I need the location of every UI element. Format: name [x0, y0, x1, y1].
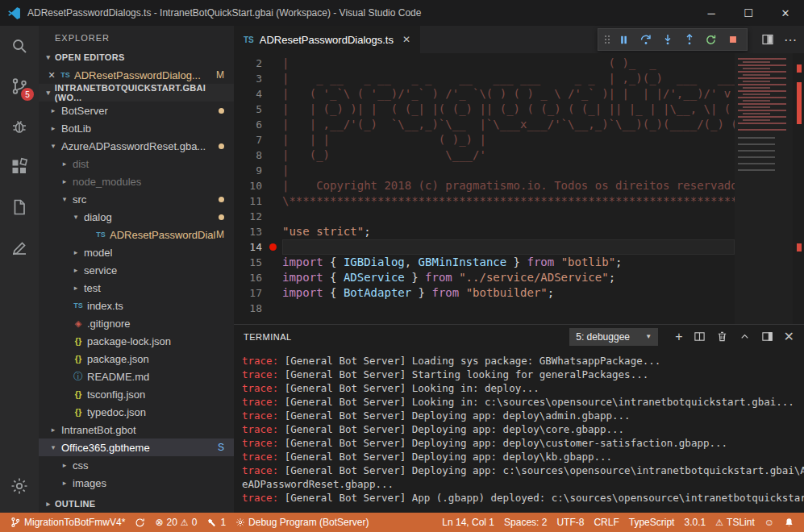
tree-item[interactable]: {}package.json	[39, 350, 234, 368]
language-mode-status[interactable]: TypeScript	[624, 513, 680, 532]
tree-item[interactable]: TSADResetPasswordDial...M	[39, 226, 234, 243]
restart-icon[interactable]	[700, 30, 722, 49]
close-panel-icon[interactable]: ✕	[784, 330, 794, 343]
step-out-icon[interactable]	[678, 30, 700, 49]
split-terminal-icon[interactable]	[694, 330, 706, 343]
settings-gear-icon[interactable]	[0, 466, 39, 506]
code-line[interactable]: 5| | (_) )| | ( (_| |( (_) || (_) ( (_) …	[234, 102, 735, 117]
minimize-icon[interactable]: ─	[693, 0, 730, 26]
tree-item[interactable]: ▸dist	[39, 155, 234, 172]
eol-status[interactable]: CRLF	[589, 513, 623, 532]
tree-item[interactable]: {}tsconfig.json	[39, 385, 234, 403]
tasks-status[interactable]: 1	[202, 513, 231, 532]
tree-item[interactable]: ▸service	[39, 261, 234, 279]
tree-item[interactable]: ▾AzureADPasswordReset.gba...	[39, 137, 234, 155]
tree-item[interactable]: ⓘREADME.md	[39, 368, 234, 385]
step-over-icon[interactable]	[635, 30, 656, 49]
chevron-down-icon: ▾	[42, 53, 55, 61]
code-line[interactable]: 12	[234, 209, 735, 224]
tree-item[interactable]: ▸css	[39, 456, 234, 474]
tree-item[interactable]: ▾Office365.gbthemeS	[39, 438, 234, 456]
code-line[interactable]: 8| (_) \___/' |	[234, 148, 735, 163]
code-line[interactable]: 9| |	[234, 163, 735, 178]
tree-item[interactable]: ▸BotServer	[39, 102, 234, 119]
stop-icon[interactable]	[722, 30, 744, 49]
line-number: 3	[234, 71, 282, 86]
tslint-status[interactable]: ⚠ TSLint	[710, 513, 760, 532]
open-editors-header[interactable]: ▾ OPEN EDITORS	[39, 48, 234, 66]
tree-item-label: package.json	[85, 353, 234, 365]
terminal-panel-title[interactable]: TERMINAL	[244, 332, 292, 342]
tree-item[interactable]: ▸node_modules	[39, 172, 234, 190]
code-line[interactable]: 15import { IGBDialog, GBMinInstance } fr…	[234, 255, 735, 270]
tree-item[interactable]: {}typedoc.json	[39, 403, 234, 421]
problems-status[interactable]: ⊗ 20 ⚠ 0	[150, 513, 202, 532]
more-actions-icon[interactable]: ⋯	[784, 32, 798, 48]
maximize-icon[interactable]: ☐	[730, 0, 767, 26]
kill-terminal-icon[interactable]	[716, 330, 728, 343]
open-editor-item[interactable]: ✕ TS ADResetPasswordDialog... M	[39, 66, 234, 84]
encoding-status[interactable]: UTF-8	[552, 513, 589, 532]
source-control-icon[interactable]: 5	[0, 66, 39, 106]
git-modified-badge: M	[216, 69, 224, 81]
feedback-smiley-icon[interactable]: ☺	[760, 513, 779, 532]
tree-item[interactable]: ▾dialog	[39, 208, 234, 226]
step-into-icon[interactable]	[656, 30, 678, 49]
code-line[interactable]: 3| _ __ _ __ _ _ __ ___ ___ _ _ | ,_)(_)…	[234, 71, 735, 86]
tree-item[interactable]: ▸IntranetBot.gbot	[39, 421, 234, 438]
new-terminal-icon[interactable]: +	[675, 330, 682, 343]
breakpoint-icon	[269, 243, 277, 251]
tree-item[interactable]: ◈.gitignore	[39, 314, 234, 332]
cursor-position-status[interactable]: Ln 14, Col 1	[437, 513, 499, 532]
code-text	[282, 209, 735, 224]
typescript-version-status[interactable]: 3.0.1	[679, 513, 710, 532]
code-line[interactable]: 10| Copyright 2018 (c) pragmatismo.io. T…	[234, 178, 735, 193]
code-editor[interactable]: 2| ( )_ _ |3| _ __ _ __ _ _ __ ___ ___ _…	[234, 53, 804, 324]
line-number: 7	[234, 132, 282, 148]
close-tab-icon[interactable]: ✕	[402, 34, 410, 45]
minimap[interactable]	[735, 53, 793, 324]
code-line[interactable]: 13"use strict";	[234, 224, 735, 239]
sync-status[interactable]	[130, 513, 150, 532]
close-window-icon[interactable]: ✕	[767, 0, 804, 26]
terminal-selector[interactable]: 5: debuggee ▼	[569, 328, 658, 346]
extensions-icon[interactable]	[0, 147, 39, 187]
code-line[interactable]: 14	[234, 239, 735, 255]
tree-item-label: images	[71, 477, 234, 489]
tree-item[interactable]: ▸BotLib	[39, 119, 234, 137]
code-line[interactable]: 6| | ,__/'(_) `\__,_)`\__ |`\___x___/'`\…	[234, 117, 735, 132]
tree-item[interactable]: ▸model	[39, 243, 234, 261]
split-editor-icon[interactable]	[761, 33, 774, 46]
code-line[interactable]: 18	[234, 301, 735, 316]
code-line[interactable]: 17import { BotAdapter } from "botbuilder…	[234, 285, 735, 301]
search-icon[interactable]	[0, 26, 39, 66]
branch-name: MigrationToBotFmwV4*	[24, 517, 125, 528]
debug-program-status[interactable]: Debug Program (BotServer)	[231, 513, 373, 532]
pause-icon[interactable]	[613, 30, 635, 49]
indentation-status[interactable]: Spaces: 2	[499, 513, 552, 532]
tree-item[interactable]: ▸images	[39, 474, 234, 492]
tree-item[interactable]: ▸test	[39, 279, 234, 297]
tree-item-label: dialog	[82, 211, 219, 223]
tab-adresetpassworddialogs[interactable]: TS ADResetPasswordDialogs.ts ✕	[234, 26, 420, 53]
code-line[interactable]: 11\*************************************…	[234, 193, 735, 209]
code-line[interactable]: 7| | | ( )_) | |	[234, 132, 735, 148]
notifications-bell-icon[interactable]	[779, 513, 799, 532]
edit-icon[interactable]	[0, 227, 39, 268]
toggle-panel-icon[interactable]	[761, 330, 773, 343]
tree-item[interactable]: {}package-lock.json	[39, 332, 234, 350]
file-icon[interactable]	[0, 187, 39, 227]
code-line[interactable]: 16import { ADService } from "../service/…	[234, 270, 735, 285]
code-line[interactable]: 4| ( '_`\ ( '__)/'_` ) /'_ `\( ) ( ) _ \…	[234, 86, 735, 102]
maximize-panel-icon[interactable]	[739, 330, 751, 343]
tree-item[interactable]: TSindex.ts	[39, 297, 234, 314]
outline-header[interactable]: ▸ OUTLINE	[39, 495, 234, 513]
workspace-root-header[interactable]: ▾ INTRANETBOTQUICKSTART.GBAI (WO...	[39, 84, 234, 102]
terminal-output[interactable]: trace: [General Bot Server] Loading sys …	[234, 348, 804, 513]
debug-icon[interactable]	[0, 106, 39, 147]
close-editor-icon[interactable]: ✕	[45, 70, 58, 81]
code-text: | ( '_`\ ( '__)/'_` ) /'_ `\( ) ( ) _ \ …	[282, 86, 735, 102]
code-line[interactable]: 2| ( )_ _ |	[234, 56, 735, 71]
tree-item[interactable]: ▾src	[39, 190, 234, 208]
git-branch-status[interactable]: MigrationToBotFmwV4*	[5, 513, 130, 532]
